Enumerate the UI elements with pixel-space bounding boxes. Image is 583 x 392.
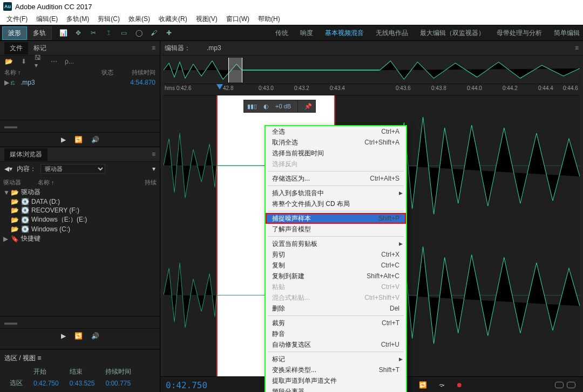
file-row[interactable]: ▶ ⎌ .mp3 4:54.870 (0, 78, 160, 87)
context-menu-item[interactable]: 频段分离器... (266, 386, 406, 392)
menu-window[interactable]: 窗口(W) (222, 13, 254, 25)
tree-item[interactable]: 📂💽Windows（E:）(E:) (3, 215, 157, 225)
menu-multitrack[interactable]: 多轨(M) (62, 13, 93, 25)
col-dur2[interactable]: 持续 (145, 178, 157, 187)
freq-display-icon[interactable]: 📊 (58, 28, 68, 38)
overview-selection[interactable] (228, 58, 242, 82)
menu-favorites[interactable]: 收藏夹(R) (154, 13, 192, 25)
context-menu-item[interactable]: 剪切Ctrl+X (266, 249, 406, 260)
context-menu-item[interactable]: 捕捉噪声样本Shift+P (266, 213, 406, 224)
zoom-in-icon[interactable] (567, 382, 575, 388)
open-file-icon[interactable]: 📂 (4, 58, 13, 65)
context-menu-item[interactable]: 删除Del (266, 303, 406, 314)
context-menu-item[interactable]: 变换采样类型...Shift+T (266, 365, 406, 375)
context-menu-item[interactable]: 取消全选Ctrl+Shift+A (266, 137, 406, 148)
context-menu-item[interactable]: 复制Ctrl+C (266, 260, 406, 271)
tree-item[interactable]: 📂💽Windows (C:) (3, 225, 157, 233)
mini-autoplay-icon[interactable]: 🔊 (91, 332, 99, 340)
import-icon[interactable]: 🖫▾ (35, 58, 43, 65)
context-menu-item[interactable]: 选择当前视图时间 (266, 148, 406, 159)
context-menu-item[interactable]: 存储选区为...Ctrl+Alt+S (266, 173, 406, 184)
lasso-icon[interactable]: ◯ (134, 28, 144, 38)
marquee-icon[interactable]: ▭ (119, 28, 128, 38)
overview-waveform[interactable] (164, 58, 580, 82)
context-item-shortcut: Shift+P (378, 215, 399, 222)
menu-file[interactable]: 文件(F) (2, 13, 32, 25)
files-search[interactable]: ρ... (65, 58, 155, 65)
col-name[interactable]: 名称 ↑ (4, 68, 101, 77)
media-browser-tab[interactable]: 媒体浏览器 (4, 148, 48, 161)
menu-view[interactable]: 视图(V) (192, 13, 222, 25)
menu-effects[interactable]: 效果(S) (124, 13, 154, 25)
tree-item[interactable]: 📂💽DATA (D:) (3, 197, 157, 206)
context-menu-item[interactable]: 提取声道到单声道文件 (266, 375, 406, 386)
sv-dur[interactable]: 0:00.775 (100, 377, 137, 389)
waveform-hud[interactable]: ▮▮▯ ◐ +0 dB 📌 (243, 100, 316, 113)
workspace-5[interactable]: 母带处理与分析 (497, 29, 542, 38)
skip-sel-icon[interactable]: ⤼ (439, 381, 444, 389)
context-menu-item[interactable]: 了解声音模型 (266, 224, 406, 235)
col-status[interactable]: 状态 (101, 68, 123, 77)
context-menu-item[interactable]: 插入到多轨混音中 (266, 188, 406, 198)
col-name2[interactable]: 名称 ↑ (38, 178, 143, 187)
nav-back-icon[interactable]: ◀▾ (4, 165, 12, 173)
context-menu-item[interactable]: 设置当前剪贴板 (266, 238, 406, 249)
workspace-2[interactable]: 基本视频混音 (325, 29, 364, 38)
panel-menu-icon[interactable]: ≡ (152, 44, 155, 52)
more-icon[interactable]: ⋯ (50, 58, 58, 65)
sv-start[interactable]: 0:42.750 (28, 377, 64, 389)
workspace-4[interactable]: 最大编辑（双监视器） (420, 29, 485, 38)
mini-play-icon[interactable]: ▶ (61, 332, 66, 340)
playhead-marker-icon[interactable] (216, 84, 223, 95)
drives-root[interactable]: 驱动器 (21, 188, 40, 197)
markers-tab[interactable]: 标记 (28, 42, 52, 54)
timecode-display[interactable]: 0:42.750 (166, 380, 207, 390)
record-file-icon[interactable]: ⬇ (19, 58, 28, 65)
panel-menu-icon[interactable]: ≡ (575, 44, 579, 52)
context-menu-item[interactable]: 静音 (266, 328, 406, 339)
context-menu-item[interactable]: 全选Ctrl+A (266, 126, 406, 137)
workspace-6[interactable]: 简单编辑 (554, 29, 580, 38)
time-select-icon[interactable]: 𝙸 (104, 28, 113, 38)
context-item-label: 删除 (272, 304, 390, 313)
col-duration[interactable]: 持续时间 (123, 68, 155, 77)
filter-icon[interactable]: ▾ (152, 165, 155, 173)
context-menu-item[interactable]: 自动修复选区Ctrl+U (266, 339, 406, 350)
mini-play-icon[interactable]: ▶ (61, 136, 66, 143)
menu-edit[interactable]: 编辑(E) (32, 13, 62, 25)
svg-marker-1 (216, 84, 223, 90)
tree-item[interactable]: 📂💽RECOVERY (F:) (3, 206, 157, 215)
context-menu-item[interactable]: 裁剪Ctrl+T (266, 318, 406, 328)
context-menu-item[interactable]: 复制到新建Shift+Alt+C (266, 271, 406, 281)
mini-loop-icon[interactable]: 🔁 (74, 332, 83, 340)
drive-select[interactable]: 驱动器 (40, 164, 105, 174)
workspace-1[interactable]: 响度 (300, 29, 313, 38)
menu-help[interactable]: 帮助(H) (254, 13, 284, 25)
pin-icon[interactable]: 📌 (301, 103, 315, 110)
sv-end[interactable]: 0:43.525 (64, 377, 100, 389)
zoom-out-icon[interactable] (555, 382, 564, 388)
files-tab[interactable]: 文件 (4, 42, 28, 54)
menu-clip[interactable]: 剪辑(C) (93, 13, 124, 25)
mini-autoplay-icon[interactable]: 🔊 (91, 136, 99, 143)
panel-menu-icon[interactable]: ≡ (152, 150, 155, 158)
record-icon[interactable]: ⏺ (456, 381, 463, 389)
view-tab-multitrack[interactable]: 多轨 (27, 26, 52, 40)
col-drive[interactable]: 驱动器 (3, 178, 36, 187)
context-menu-item[interactable]: 将整个文件插入到 CD 布局 (266, 198, 406, 209)
razor-tool-icon[interactable]: ✂ (89, 28, 98, 38)
move-tool-icon[interactable]: ✥ (73, 28, 83, 38)
workspace-0[interactable]: 传统 (275, 29, 288, 38)
hud-gain[interactable]: +0 dB (272, 103, 294, 109)
heal-icon[interactable]: ✚ (164, 28, 174, 38)
context-item-label: 设置当前剪贴板 (272, 239, 399, 249)
expand-icon: ▶ (4, 79, 11, 86)
loop-icon[interactable]: 🔁 (419, 381, 427, 389)
view-tab-waveform[interactable]: 波形 (2, 26, 27, 40)
time-ruler[interactable]: hms 0:42.6 42.8 0:43.0 0:43.2 0:43.4 0:4… (164, 84, 580, 95)
mini-loop-icon[interactable]: 🔁 (74, 136, 83, 143)
workspace-3[interactable]: 无线电作品 (376, 29, 408, 38)
shortcuts-root[interactable]: 快捷键 (21, 234, 40, 243)
context-menu-item[interactable]: 标记 (266, 354, 406, 365)
brush-icon[interactable]: 🖌 (149, 28, 159, 38)
